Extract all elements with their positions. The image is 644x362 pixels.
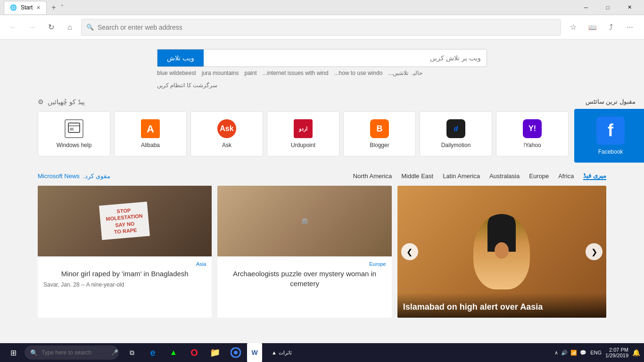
favorites-button[interactable]: ☆ (565, 19, 582, 36)
close-button[interactable]: ✕ (619, 0, 640, 15)
yahoo-icon: Y! (523, 119, 542, 138)
tab-europe[interactable]: Europe (529, 173, 549, 180)
tab-start[interactable]: 🌐 Start ✕ (4, 1, 47, 14)
article-2-title: Archaeologists puzzle over mystery woman… (223, 269, 386, 288)
back-button[interactable]: ← (6, 20, 21, 35)
news-source-sub: مقوی کردہ (81, 173, 110, 180)
article-2-region: Europe (223, 261, 386, 267)
blogger-icon: B (370, 119, 389, 138)
opera-button[interactable]: O (185, 343, 204, 362)
word-button[interactable]: W (247, 343, 262, 362)
tray-label[interactable]: ▲ ثاثرات (268, 348, 296, 358)
language-indicator[interactable]: ENG (590, 350, 602, 355)
site-dailymotion-label: Dailymotion (441, 142, 471, 148)
news-card-article-1[interactable]: STOPMOLESTATIONSAY NOTO RAPE Asia Minor … (38, 186, 212, 318)
more-button[interactable]: ··· (621, 19, 638, 36)
site-yahoo[interactable]: Y! !Yahoo (496, 111, 569, 156)
tab-label: Start (21, 4, 33, 11)
news-source-label: Microsoft News (38, 173, 80, 180)
tray-volume-icon[interactable]: 🔊 (561, 350, 568, 356)
carousel-next-button[interactable]: ❯ (586, 243, 603, 260)
article-1-desc: Savar, Jan. 28 -- A nine-year-old (43, 281, 206, 288)
clock: 2:07 PM 1/29/2019 (605, 347, 628, 358)
suggestion-6[interactable]: سرگزشت کا انتظام کریں (157, 82, 217, 89)
taskbar-right: ∧ 🔊 📶 💬 ENG 2:07 PM 1/29/2019 🔔 (554, 347, 640, 358)
alibaba-icon: A (141, 119, 160, 138)
tab-dropdown-icon[interactable]: ˅ (61, 4, 64, 11)
search-icon: 🔍 (86, 24, 94, 31)
site-ask-label: Ask (222, 142, 231, 148)
suggestion-1[interactable]: how to use windo... (334, 70, 383, 76)
share-button[interactable]: ⤴ (603, 19, 619, 36)
taskbar-mic-icon[interactable]: 🎤 (111, 349, 118, 356)
tray-message-icon[interactable]: 💬 (580, 350, 586, 356)
news-main-card[interactable]: Islamabad on high alert over Aasia ❮ ❯ (397, 186, 606, 318)
tab-browser-icon: 🌐 (10, 4, 17, 11)
tab-close-icon[interactable]: ✕ (36, 5, 41, 11)
clock-date: 1/29/2019 (605, 353, 628, 358)
suggestion-current[interactable]: حالیہ تلاشیں... (388, 70, 422, 76)
media-player-button[interactable]: ▲ (164, 343, 183, 362)
hide-panel-label: پیڈ کو چُھپائیں (48, 98, 85, 106)
reading-button[interactable]: 📖 (584, 19, 601, 36)
news-title-block: Microsoft News مقوی کردہ (38, 173, 110, 180)
tab-my-feed[interactable]: میری فیڈ (583, 172, 606, 180)
new-tab-button[interactable]: + (49, 2, 58, 13)
carousel-prev-button[interactable]: ❮ (401, 243, 418, 260)
suggestion-4[interactable]: jura mountains (202, 70, 239, 76)
site-blogger[interactable]: B Blogger (343, 111, 416, 156)
refresh-button[interactable]: ↻ (43, 20, 58, 35)
taskbar-search-input[interactable] (41, 349, 107, 356)
minimize-button[interactable]: ─ (575, 0, 597, 15)
search-input[interactable] (204, 49, 487, 66)
maximize-button[interactable]: □ (597, 0, 619, 15)
site-dailymotion[interactable]: d Dailymotion (420, 111, 492, 156)
popular-section: مقبول ترین سائٹس f Facebook (574, 98, 644, 163)
main-content: ویب تلاش حالیہ تلاشیں... how to use wind… (0, 40, 644, 343)
edge-button[interactable]: e (143, 343, 162, 362)
main-article-title: Islamabad on high alert over Aasia (397, 293, 606, 318)
address-bar[interactable]: 🔍 (81, 19, 561, 36)
forward-button[interactable]: → (25, 20, 40, 35)
notifications-button[interactable]: 🔔 (632, 349, 640, 356)
tray-network-icon[interactable]: 📶 (570, 350, 577, 356)
tab-australasia[interactable]: Australasia (489, 173, 520, 180)
dailymotion-icon: d (446, 119, 465, 138)
tab-latin-america[interactable]: Latin America (443, 173, 480, 180)
news-card-article-2[interactable]: 🏛️ Europe Archaeologists puzzle over mys… (217, 186, 391, 318)
tab-north-america[interactable]: North America (353, 173, 392, 180)
news-grid: STOPMOLESTATIONSAY NOTO RAPE Asia Minor … (38, 186, 606, 318)
search-button[interactable]: ویب تلاش (157, 49, 204, 66)
taskbar-search[interactable]: 🔍 🎤 (25, 346, 119, 360)
windows-help-icon (65, 119, 83, 138)
site-ask[interactable]: Ask Ask (190, 111, 263, 156)
settings-icon[interactable]: ⚙ (38, 98, 44, 106)
urdupoint-icon: اردو (294, 119, 313, 138)
taskbar-icons: ⧉ e ▲ O 📁 W (123, 343, 262, 362)
home-button[interactable]: ⌂ (62, 20, 77, 35)
suggestion-3[interactable]: paint (244, 70, 256, 76)
tab-africa[interactable]: Africa (558, 173, 574, 180)
suggestion-5[interactable]: blue wildebeest (157, 70, 196, 76)
site-facebook[interactable]: f Facebook (574, 109, 644, 163)
svg-rect-2 (70, 128, 74, 131)
news-tabs: North America Middle East Latin America … (353, 172, 606, 180)
site-windows-help[interactable]: Windows help (38, 111, 110, 156)
taskbar-search-icon: 🔍 (30, 349, 38, 356)
svg-point-5 (234, 351, 238, 354)
article-1-region: Asia (43, 261, 206, 267)
tab-middle-east[interactable]: Middle East (401, 173, 433, 180)
nav-actions: ☆ 📖 ⤴ ··· (565, 19, 638, 36)
address-input[interactable] (98, 24, 556, 31)
article-1-title: Minor girl raped by 'imam' in Bnagladesh (43, 269, 206, 279)
explorer-button[interactable]: 📁 (206, 343, 224, 362)
tray-up-icon[interactable]: ∧ (554, 350, 558, 356)
site-urdupoint[interactable]: اردو Urdupoint (267, 111, 339, 156)
start-button[interactable]: ⊞ (4, 343, 23, 362)
site-yahoo-label: !Yahoo (523, 142, 541, 148)
article-1-body: Asia Minor girl raped by 'imam' in Bnagl… (38, 256, 212, 293)
chrome-button[interactable] (226, 343, 245, 362)
site-alibaba[interactable]: A Alibaba (114, 111, 187, 156)
suggestion-2[interactable]: internet issues with wind... (262, 70, 328, 76)
task-view-button[interactable]: ⧉ (123, 343, 141, 362)
